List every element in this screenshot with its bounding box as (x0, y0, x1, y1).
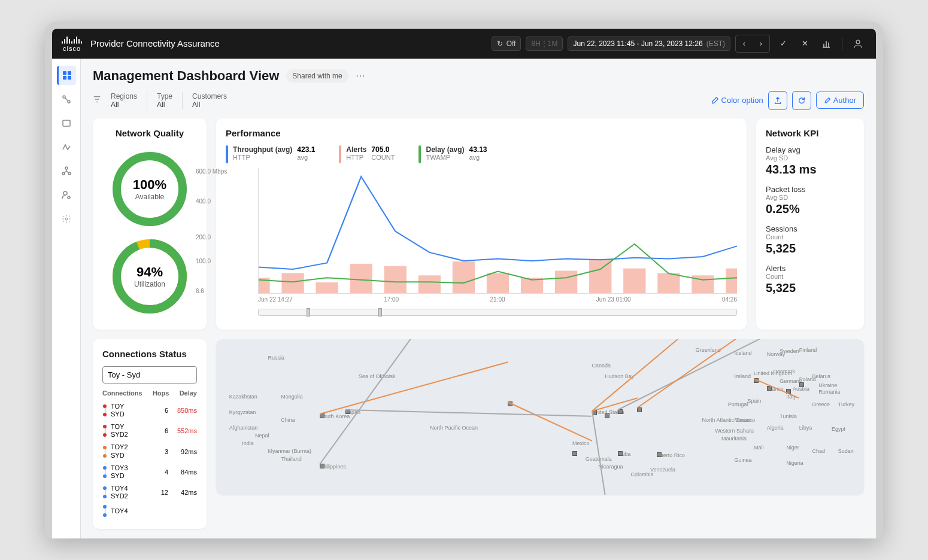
author-button[interactable]: Author (816, 92, 864, 109)
kpi-item: SessionsCount5,325 (766, 224, 854, 255)
svg-point-0 (856, 40, 860, 44)
svg-point-5 (63, 96, 65, 98)
svg-point-8 (65, 167, 68, 169)
svg-point-13 (65, 218, 68, 220)
svg-rect-7 (63, 120, 70, 126)
performance-card: Performance Throughput (avg)HTTP 423.1av… (216, 118, 747, 330)
top-header: cisco Provider Connectivity Assurance ↻ … (52, 29, 876, 59)
connections-status-card: Connections Status Connections Hops Dela… (93, 339, 207, 529)
svg-rect-30 (657, 273, 680, 293)
connection-search-input[interactable] (102, 366, 197, 384)
refresh-icon: ↻ (497, 39, 503, 48)
svg-rect-21 (350, 263, 372, 293)
svg-rect-25 (487, 273, 509, 293)
date-range-picker[interactable]: Jun 22, 2023 11:45 - Jun 23, 2023 12:26 … (568, 36, 730, 51)
legend-item[interactable]: Throughput (avg)HTTP 423.1avg (226, 145, 315, 163)
check-status-icon[interactable]: ✓ (775, 35, 791, 52)
kpi-item: Delay avgAvg SD43.13 ms (766, 145, 854, 176)
svg-rect-27 (555, 270, 577, 293)
legend-item[interactable]: AlertsHTTP 705.0COUNT (339, 145, 395, 163)
profile-icon[interactable] (850, 35, 866, 52)
sidebar-path-icon[interactable] (57, 138, 76, 157)
time-range-slider[interactable] (258, 309, 737, 316)
performance-chart[interactable] (258, 168, 737, 294)
connection-row[interactable]: TOY2SYD 3 92ms (102, 441, 197, 461)
network-kpi-card: Network KPI Delay avgAvg SD43.13 ms Pack… (756, 118, 864, 330)
svg-point-11 (63, 191, 67, 195)
refresh-toggle[interactable]: ↻ Off (492, 36, 521, 51)
legend-item[interactable]: Delay (avg)TWAMP 43.13avg (418, 145, 487, 163)
network-quality-card: Network Quality 100%Available 94%Utiliza… (93, 118, 207, 330)
sidebar-topology-icon[interactable] (57, 162, 76, 181)
analytics-icon[interactable] (818, 35, 835, 52)
tools-icon[interactable]: ✕ (796, 35, 813, 52)
refresh-button[interactable] (792, 91, 811, 110)
world-map[interactable]: RussiaGreenlandIcelandSwedenFinlandNorwa… (216, 339, 864, 495)
svg-rect-24 (453, 261, 475, 293)
svg-rect-3 (63, 76, 66, 80)
svg-rect-32 (726, 268, 737, 293)
sidebar-link-icon[interactable] (57, 90, 76, 109)
sidebar-user-settings-icon[interactable] (57, 185, 76, 205)
svg-rect-22 (384, 266, 407, 293)
next-range-button[interactable]: › (753, 35, 769, 52)
connection-row[interactable]: TOYSYD2 6 552ms (102, 421, 197, 441)
shared-badge: Shared with me (286, 69, 348, 83)
cisco-logo: cisco (62, 35, 82, 52)
svg-point-6 (68, 101, 70, 103)
more-menu-icon[interactable]: ⋯ (356, 70, 365, 81)
kpi-item: AlertsCount5,325 (766, 264, 854, 295)
svg-rect-29 (623, 268, 645, 293)
prev-range-button[interactable]: ‹ (736, 35, 753, 52)
filter-icon[interactable] (93, 95, 101, 105)
kpi-item: Packet lossAvg SD0.25% (766, 185, 854, 216)
time-preset[interactable]: 8H⋮1M (526, 36, 563, 51)
color-option-button[interactable]: Color option (711, 96, 763, 105)
sidebar-device-icon[interactable] (57, 114, 76, 133)
svg-rect-1 (63, 71, 66, 75)
available-donut: 100%Available (111, 150, 189, 228)
filter-customers[interactable]: CustomersAll (192, 92, 236, 109)
filter-regions[interactable]: RegionsAll (111, 92, 147, 109)
utilization-donut: 94%Utilization (111, 238, 189, 315)
app-title: Provider Connectivity Assurance (90, 38, 220, 48)
page-title: Management Dashboard View (93, 68, 279, 84)
left-sidebar (52, 59, 81, 539)
connection-row[interactable]: TOY4 (102, 503, 197, 519)
svg-rect-19 (281, 273, 304, 293)
svg-rect-2 (68, 71, 71, 75)
svg-rect-4 (68, 76, 71, 80)
svg-rect-23 (418, 275, 441, 293)
connection-row[interactable]: TOY4SYD2 12 42ms (102, 482, 197, 503)
svg-point-12 (68, 196, 70, 199)
sidebar-settings-icon[interactable] (57, 209, 76, 229)
svg-rect-20 (316, 282, 338, 293)
filter-type[interactable]: TypeAll (157, 92, 183, 109)
connection-row[interactable]: TOY3SYD 4 84ms (102, 462, 197, 482)
connection-row[interactable]: TOYSYD 6 850ms (102, 400, 197, 421)
export-button[interactable] (768, 91, 787, 110)
sidebar-dashboard[interactable] (57, 66, 76, 85)
